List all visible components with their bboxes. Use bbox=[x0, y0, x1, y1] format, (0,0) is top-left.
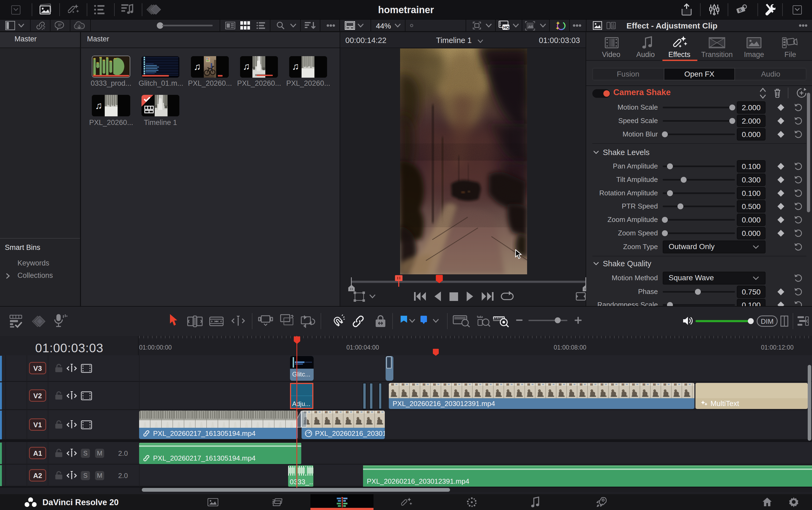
svg-text:HQ: HQ bbox=[503, 25, 509, 30]
svg-text:♫: ♫ bbox=[193, 61, 201, 72]
svg-text:♫: ♫ bbox=[243, 61, 250, 72]
svg-text:♫: ♫ bbox=[292, 61, 299, 72]
svg-text:♫: ♫ bbox=[95, 100, 102, 111]
